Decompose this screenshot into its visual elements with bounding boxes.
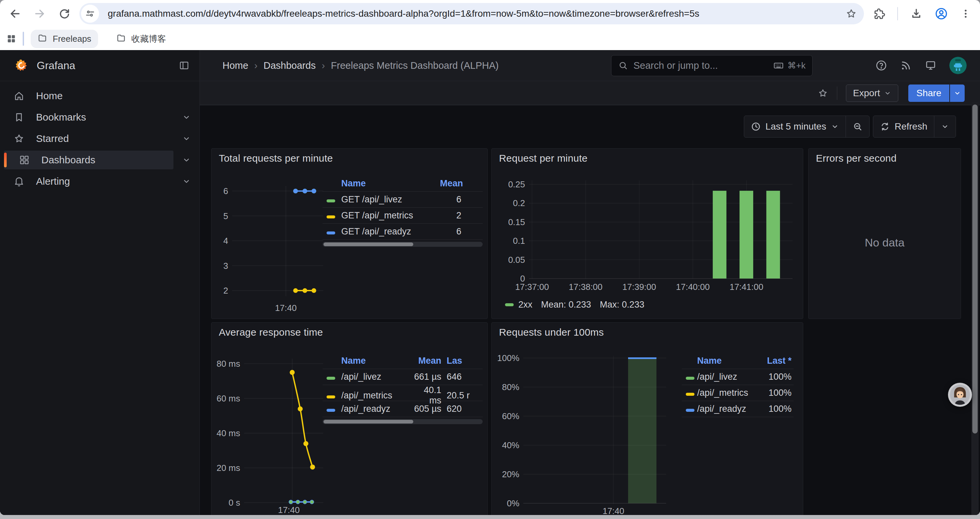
legend-table: NameMeanGET /api/_livez6GET /api/_metric… (323, 175, 483, 247)
legend-item[interactable]: 2xx (505, 300, 532, 310)
breadcrumb-item[interactable]: Home (223, 60, 248, 71)
legend-scrollbar[interactable] (323, 419, 483, 424)
svg-text:80 ms: 80 ms (216, 359, 240, 369)
forward-icon[interactable] (33, 7, 46, 20)
active-indicator (4, 153, 7, 167)
site-settings-icon[interactable] (81, 5, 99, 23)
downloads-icon[interactable] (910, 7, 923, 20)
user-avatar[interactable] (949, 57, 967, 74)
breadcrumb-item[interactable]: Dashboards (264, 60, 315, 71)
legend-row[interactable]: /api/_metrics40.1 ms20.5 r (323, 385, 483, 401)
legend-scrollbar[interactable] (323, 242, 483, 247)
legend-header: NameMean (323, 175, 483, 192)
apps-grid-icon[interactable] (6, 34, 17, 44)
grafana-logo-icon[interactable] (15, 59, 28, 72)
series-value: 40.1 ms (411, 385, 441, 406)
url-text[interactable]: grafana.mathmast.com/d/deytv4rwavabkb/fr… (108, 8, 845, 19)
series-color-pill (505, 303, 514, 306)
svg-text:0.15: 0.15 (508, 217, 525, 227)
svg-text:17:37:00: 17:37:00 (515, 282, 549, 292)
legend-row[interactable]: /api/_readyz605 µs620 (323, 401, 483, 417)
sidebar-item-home[interactable]: Home (4, 86, 173, 105)
legend-scrollbar-thumb[interactable] (323, 243, 413, 246)
bar-chart: 0.250.20.150.10.05017:37:0017:38:0017:39… (492, 149, 803, 321)
share-button[interactable]: Share (908, 85, 949, 102)
page-scrollbar[interactable] (971, 102, 978, 515)
panel-request-per-minute[interactable]: Request per minute 0.250.20.150.10.05017… (492, 148, 803, 319)
sidebar-expand-dashboards[interactable] (173, 156, 199, 164)
panel-requests-under-100ms[interactable]: Requests under 100ms 100%80%60%40%20%0%1… (492, 322, 803, 515)
floating-assistant-avatar[interactable] (948, 383, 972, 407)
series-name: GET /api/_readyz (341, 227, 440, 237)
bookmark-star-icon[interactable] (845, 8, 857, 20)
panel-errors-per-second[interactable]: Errors per second No data (808, 148, 961, 319)
legend-row[interactable]: /api/_livez661 µs646 (323, 369, 483, 385)
series-name: /api/_readyz (341, 404, 411, 414)
dock-menu-icon[interactable] (179, 60, 189, 71)
kiosk-monitor-icon[interactable] (924, 59, 937, 72)
zoom-out-button[interactable] (846, 116, 869, 137)
time-range-picker[interactable]: Last 5 minutes (744, 116, 846, 137)
profile-icon[interactable] (935, 7, 948, 21)
help-icon[interactable] (875, 59, 887, 72)
series-color-pill (326, 395, 335, 398)
refresh-button[interactable]: Refresh (873, 116, 934, 137)
sidebar-header: Grafana (0, 50, 199, 81)
search-input[interactable]: Search or jump to... ⌘+k (611, 55, 813, 76)
legend-row[interactable]: /api/_readyz100% (682, 401, 794, 417)
home-icon (13, 90, 25, 102)
bookmark-folder[interactable]: 收藏博客 (110, 30, 173, 48)
chevron-down-icon (941, 123, 949, 131)
svg-text:6: 6 (223, 186, 228, 196)
panel-average-response-time[interactable]: Average response time 80 ms60 ms40 ms20 … (211, 322, 488, 515)
bell-icon (13, 176, 25, 187)
legend-row[interactable]: GET /api/_readyz6 (323, 224, 483, 240)
sidebar-expand-alerting[interactable] (173, 177, 199, 186)
svg-text:0.2: 0.2 (513, 198, 525, 208)
svg-text:20%: 20% (502, 469, 519, 479)
scrollbar-thumb[interactable] (972, 105, 978, 433)
favorite-star-icon[interactable] (818, 88, 828, 99)
legend-table: NameMeanLas/api/_livez661 µs646/api/_met… (323, 353, 483, 424)
svg-text:4: 4 (223, 236, 228, 246)
sidebar-item-starred[interactable]: Starred (4, 129, 173, 148)
main-area: Home›Dashboards›Freeleaps Metrics Dashbo… (200, 50, 980, 515)
reload-icon[interactable] (58, 7, 71, 20)
sidebar-item-dashboards[interactable]: Dashboards (4, 151, 173, 169)
svg-text:17:40: 17:40 (275, 303, 296, 313)
extensions-icon[interactable] (873, 8, 885, 20)
breadcrumb-item: Freeleaps Metrics Dashboard (ALPHA) (331, 60, 499, 71)
address-bar[interactable]: grafana.mathmast.com/d/deytv4rwavabkb/fr… (80, 3, 864, 24)
breadcrumb: Home›Dashboards›Freeleaps Metrics Dashbo… (223, 60, 499, 71)
star-icon (13, 133, 25, 144)
series-color-pill (326, 409, 335, 412)
search-placeholder: Search or jump to... (633, 60, 773, 71)
grafana-app: Grafana HomeBookmarksStarredDashboardsAl… (0, 50, 980, 515)
legend-row[interactable]: /api/_livez100% (682, 369, 794, 385)
legend-row[interactable]: GET /api/_metrics2 (323, 208, 483, 224)
back-icon[interactable] (9, 7, 21, 20)
series-color-pill (326, 200, 335, 203)
sidebar-expand-bookmarks[interactable] (173, 113, 199, 121)
refresh-interval-button[interactable] (934, 116, 956, 137)
svg-text:0 s: 0 s (229, 498, 240, 508)
sidebar-item-alerting[interactable]: Alerting (4, 172, 173, 191)
bookmark-folder[interactable]: Freeleaps (31, 30, 98, 48)
panel-total-requests[interactable]: Total requests per minute 6543217:40 Nam… (211, 148, 488, 319)
share-menu-button[interactable] (950, 85, 965, 102)
legend-mean: Mean: 0.233 (541, 300, 591, 310)
refresh-sync-icon (880, 121, 890, 132)
legend-row[interactable]: /api/_metrics100% (682, 385, 794, 401)
legend-row[interactable]: GET /api/_livez6 (323, 192, 483, 208)
menu-kebab-icon[interactable] (960, 8, 971, 19)
sidebar-item-bookmarks[interactable]: Bookmarks (4, 108, 173, 126)
series-value: 620 (441, 404, 483, 414)
news-rss-icon[interactable] (900, 59, 912, 72)
svg-text:60%: 60% (502, 411, 519, 421)
export-button[interactable]: Export (846, 85, 898, 102)
legend-scrollbar-thumb[interactable] (323, 420, 413, 423)
series-value: 6 (440, 194, 483, 205)
series-color-pill (326, 232, 335, 235)
sidebar-expand-starred[interactable] (173, 134, 199, 143)
series-value: 100% (754, 404, 794, 414)
